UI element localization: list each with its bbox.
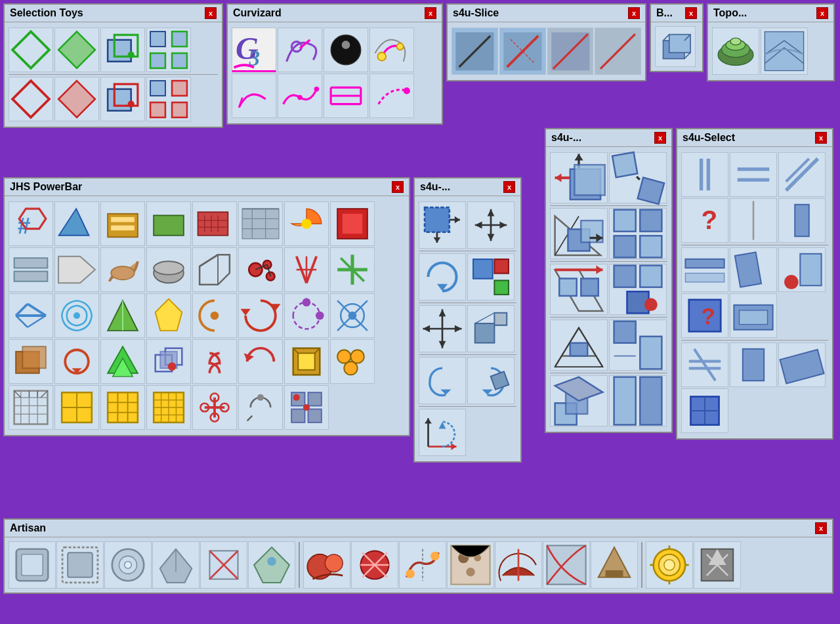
s4u-sel-icon-11[interactable] [681,343,728,387]
jhs-icon-24[interactable] [330,293,375,338]
jhs-icon-30[interactable] [238,339,283,384]
jhs-icon-23[interactable] [284,293,329,338]
s4u-right-icon-6[interactable] [609,264,667,315]
jhs-icon-33[interactable] [9,385,53,430]
artisan-icon-1[interactable] [9,541,56,589]
jhs-icon-37[interactable] [192,385,237,430]
jhs-icon-14[interactable] [238,247,283,292]
jhs-icon-6[interactable] [238,201,283,246]
s4u-select-close[interactable]: x [815,132,827,144]
jhs-icon-20[interactable] [146,293,191,338]
s4u-right-icon-1[interactable] [550,152,608,203]
jhs-icon-26[interactable] [54,339,99,384]
curv-icon-2[interactable] [278,28,322,72]
jhs-icon-22[interactable] [238,293,283,338]
s4u-sel-icon-3[interactable] [778,152,826,197]
s4u-mid-icon-1[interactable] [419,201,466,249]
sel-icon-2[interactable] [54,28,99,72]
selection-toys-close[interactable]: x [205,7,217,19]
s4u-sel-icon-1[interactable] [681,152,728,197]
s4u-right-icon-9[interactable] [550,375,608,426]
topo-icon-1[interactable] [712,28,759,75]
artisan-icon-14[interactable] [646,541,693,589]
topo-icon-2[interactable] [761,28,808,75]
curv-icon-8[interactable] [369,73,414,118]
s4u-sel-icon-9[interactable]: ? [681,293,728,338]
s4u-sel-icon-8[interactable] [778,247,826,292]
jhs-icon-12[interactable] [146,247,191,292]
s4u-sel-icon-13[interactable] [778,343,826,387]
s4u-mid-icon-6[interactable] [467,305,514,352]
artisan-icon-6[interactable] [248,541,295,589]
jhs-icon-18[interactable] [54,293,99,338]
artisan-icon-7[interactable] [303,541,350,589]
s4u-right-icon-8[interactable] [609,320,667,371]
s4u-mid-icon-9[interactable] [419,409,466,456]
s4u-mid-icon-4[interactable] [467,253,514,301]
s4u-mid-icon-2[interactable] [467,201,514,249]
jhs-icon-11[interactable] [100,247,145,292]
jhs-icon-25[interactable] [9,339,53,384]
jhs-icon-34[interactable] [54,385,99,430]
artisan-icon-2[interactable] [56,541,104,589]
slice-icon-4[interactable] [595,28,641,75]
jhs-icon-21[interactable] [192,293,237,338]
curvizard-close[interactable]: x [425,7,436,19]
artisan-icon-5[interactable] [200,541,247,589]
jhs-icon-17[interactable] [9,293,53,338]
jhs-icon-16[interactable] [330,247,375,292]
s4u-sel-icon-10[interactable] [730,293,777,338]
sel-icon-4[interactable] [146,28,191,72]
jhs-icon-39[interactable] [284,385,329,430]
sel-icon-1[interactable] [9,28,53,72]
artisan-icon-13[interactable] [591,541,638,589]
artisan-icon-4[interactable] [152,541,200,589]
s4u-right-close[interactable]: x [654,132,666,144]
jhs-icon-2[interactable] [54,201,99,246]
jhs-icon-35[interactable] [100,385,145,430]
curv-icon-7[interactable] [324,73,368,118]
jhs-icon-19[interactable] [100,293,145,338]
jhs-powerbar-close[interactable]: x [392,181,404,193]
sel-icon-3[interactable] [100,28,145,72]
curv-icon-4[interactable] [369,28,414,72]
jhs-icon-1[interactable]: # [9,201,53,246]
s4u-sel-icon-7[interactable] [730,247,777,292]
s4u-mid-icon-5[interactable] [419,305,466,352]
s4u-sel-icon-2[interactable] [730,152,777,197]
jhs-icon-32[interactable] [330,339,375,384]
slice-icon-3[interactable] [547,28,594,75]
s4u-right-icon-7[interactable] [550,320,608,371]
s4u-mid-icon-3[interactable] [419,253,466,301]
artisan-icon-3[interactable] [104,541,152,589]
jhs-icon-36[interactable] [146,385,191,430]
slice-icon-1[interactable] [452,28,498,75]
jhs-icon-27[interactable] [100,339,145,384]
curv-icon-1[interactable]: G 3 [232,28,276,72]
curv-icon-6[interactable] [278,73,322,118]
s4u-sel-icon-14[interactable] [681,388,728,433]
curv-icon-5[interactable] [232,73,276,118]
jhs-icon-9[interactable] [9,247,53,292]
b-icon-1[interactable] [655,26,696,67]
s4u-sel-icon-4[interactable]: ? [681,198,728,243]
sel-icon-6[interactable] [54,77,99,121]
s4u-right-icon-5[interactable] [550,264,608,315]
artisan-icon-8[interactable] [351,541,398,589]
sel-icon-5[interactable] [9,77,53,121]
s4u-sel-icon-12[interactable] [730,343,777,387]
jhs-icon-15[interactable] [284,247,329,292]
sel-icon-8[interactable] [146,77,191,121]
slice-icon-2[interactable] [499,28,546,75]
artisan-icon-11[interactable] [495,541,542,589]
jhs-icon-13[interactable] [192,247,237,292]
artisan-icon-15[interactable] [694,541,741,589]
s4u-right-icon-10[interactable] [609,375,667,426]
artisan-icon-9[interactable] [399,541,446,589]
jhs-icon-8[interactable] [330,201,375,246]
artisan-icon-10[interactable] [447,541,494,589]
s4u-mid-close[interactable]: x [503,181,515,193]
jhs-icon-31[interactable] [284,339,329,384]
jhs-icon-38[interactable] [238,385,283,430]
jhs-icon-28[interactable] [146,339,191,384]
